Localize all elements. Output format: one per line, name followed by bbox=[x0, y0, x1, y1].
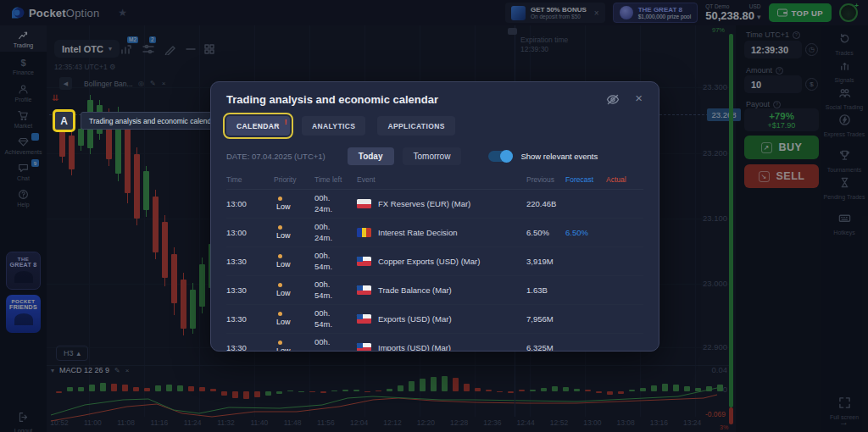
dollar-icon[interactable]: $ bbox=[805, 78, 818, 91]
sidebar-item-help[interactable]: Help bbox=[0, 185, 47, 211]
sidebar-item-market[interactable]: Market bbox=[0, 106, 47, 132]
sell-signal-icon: ⇊ bbox=[52, 93, 58, 102]
pocket-friends-banner[interactable]: POCKET FRIENDS bbox=[6, 295, 41, 333]
chat-bubble-icon bbox=[18, 163, 29, 174]
help-icon[interactable]: ? bbox=[773, 101, 781, 108]
logout-icon bbox=[18, 412, 29, 423]
rail-item-social-trading[interactable]: Social Trading bbox=[821, 86, 868, 112]
layout-grid-icon[interactable] bbox=[203, 43, 215, 55]
col-previous: Previous bbox=[526, 175, 565, 184]
favorites-star-icon[interactable]: ★ bbox=[118, 7, 127, 19]
rail-item-pending-trades[interactable]: Pending Trades bbox=[821, 176, 868, 202]
balance-amount: 50,238.80 bbox=[705, 9, 754, 22]
indicator-collapse-button[interactable]: ◀ bbox=[59, 77, 72, 90]
calendar-event-row[interactable]: 13:30Low00h.54m.Imports (USD) (Mar)6,325… bbox=[226, 334, 643, 352]
great8-side-banner[interactable]: THE GREAT 8 bbox=[6, 252, 41, 290]
avatar[interactable]: + bbox=[839, 3, 858, 22]
macd-pane-toggle[interactable]: H3▴ bbox=[56, 346, 88, 361]
tab-applications[interactable]: APPLICATIONS bbox=[377, 116, 454, 136]
today-button[interactable]: Today bbox=[348, 147, 394, 165]
col-time-left: Time left bbox=[314, 175, 357, 184]
eye-off-icon[interactable] bbox=[606, 94, 620, 105]
logout-button[interactable]: Logout bbox=[0, 411, 47, 432]
macd-scale-zero: 0 bbox=[676, 385, 727, 394]
rail-item-hotkeys[interactable]: Hotkeys bbox=[821, 212, 868, 237]
calendar-event-row[interactable]: 13:30Low00h.54m.Copper Exports (USD) (Ma… bbox=[226, 247, 643, 276]
event-name: Copper Exports (USD) (Mar) bbox=[357, 257, 526, 266]
sidebar-item-finance[interactable]: $ Finance bbox=[0, 53, 47, 80]
pencil-icon[interactable]: ✎ bbox=[114, 367, 120, 374]
chat-badge: 9 bbox=[31, 159, 39, 167]
drawing-tools-icon[interactable] bbox=[164, 43, 176, 55]
trading-chart-icon bbox=[18, 30, 29, 41]
close-icon[interactable]: × bbox=[125, 367, 130, 374]
show-relevant-toggle[interactable] bbox=[488, 151, 513, 162]
event-time: 13:30 bbox=[226, 343, 274, 352]
tab-calendar[interactable]: CALENDAR! bbox=[226, 116, 290, 136]
top-up-button[interactable]: TOP UP bbox=[769, 3, 832, 22]
rail-item-signals[interactable]: Signals bbox=[821, 59, 868, 85]
expiration-label: Expiration time bbox=[520, 36, 568, 44]
calendar-header-row: Time Priority Time left Event Previous F… bbox=[226, 175, 643, 190]
time-input[interactable]: 12:39:30 bbox=[744, 41, 802, 58]
help-icon[interactable]: ? bbox=[793, 31, 800, 39]
macd-indicator-row[interactable]: ▾ MACD 12 26 9 ✎ × bbox=[51, 366, 129, 374]
event-priority: Low bbox=[274, 197, 314, 211]
priority-dot-icon bbox=[278, 254, 282, 258]
macd-label: MACD 12 26 9 bbox=[59, 366, 109, 374]
clock-icon[interactable]: ◷ bbox=[805, 43, 818, 56]
calendar-event-row[interactable]: 13:30Low00h.54m.Trade Balance (Mar)1.63B bbox=[226, 276, 643, 305]
indicators-icon[interactable] bbox=[142, 43, 154, 55]
date-label: DATE: 07.04.2025 (UTC+1) bbox=[226, 152, 326, 161]
help-icon[interactable]: ? bbox=[776, 67, 783, 75]
sidebar-item-profile[interactable]: Profile bbox=[0, 80, 47, 106]
account-balance[interactable]: QT Demo USD 50,238.80▾ bbox=[705, 3, 760, 22]
collapse-rail-arrow[interactable]: → bbox=[839, 417, 849, 427]
sidebar-item-trading[interactable]: Trading bbox=[0, 25, 47, 52]
tab-analytics[interactable]: ANALYTICS bbox=[302, 116, 365, 136]
calendar-event-row[interactable]: 13:00Low00h.24m.Interest Rate Decision6.… bbox=[226, 219, 643, 247]
payout-percent: +79% bbox=[769, 111, 794, 121]
col-forecast[interactable]: Forecast bbox=[565, 175, 606, 184]
rail-item-tournaments[interactable]: Tournaments bbox=[821, 149, 868, 174]
event-name: FX Reserves (EUR) (Mar) bbox=[357, 199, 526, 208]
sidebar-item-achievements[interactable]: Achievements bbox=[0, 132, 47, 158]
close-icon[interactable]: × bbox=[594, 8, 599, 18]
event-previous: 1.63B bbox=[526, 285, 565, 295]
amount-input[interactable]: 10 bbox=[744, 75, 802, 93]
asset-selector[interactable]: Intel OTC ▾ bbox=[54, 40, 120, 58]
event-time-left: 00h.54m. bbox=[314, 308, 357, 330]
analysis-button[interactable]: A bbox=[53, 109, 75, 132]
modal-tabs: CALENDAR! ANALYTICS APPLICATIONS bbox=[226, 116, 643, 136]
indicator-controls[interactable]: ◎✎× bbox=[138, 80, 171, 87]
calendar-event-row[interactable]: 13:30Low00h.54m.Exports (USD) (Mar)7,956… bbox=[226, 305, 643, 334]
line-tool-icon[interactable] bbox=[185, 43, 197, 55]
brand-logo[interactable]: PocketOption bbox=[10, 6, 99, 19]
rail-item-express-trades[interactable]: Express Trades bbox=[821, 114, 868, 139]
sidebar-item-chat[interactable]: 9 Chat bbox=[0, 158, 47, 185]
bonus-title: GET 50% BONUS bbox=[531, 6, 587, 14]
buy-button[interactable]: ↗BUY bbox=[744, 136, 819, 159]
event-name: Trade Balance (Mar) bbox=[357, 285, 526, 295]
toggle-knob bbox=[500, 150, 513, 163]
rail-item-trades[interactable]: Trades bbox=[821, 32, 868, 58]
bonus-banner[interactable]: GET 50% BONUS On deposit from $50 × bbox=[505, 3, 605, 23]
eye-icon: ◎ bbox=[138, 80, 150, 87]
dollar-icon: $ bbox=[20, 58, 25, 68]
fullscreen-icon bbox=[838, 396, 851, 409]
event-time: 13:00 bbox=[226, 228, 274, 237]
calendar-event-row[interactable]: 13:00Low00h.24m.FX Reserves (EUR) (Mar)2… bbox=[226, 190, 643, 219]
economic-calendar-modal: Trading analysis and economic calendar ×… bbox=[210, 81, 659, 352]
great8-banner[interactable]: THE GREAT 8 $1,000,000 prize pool bbox=[613, 3, 698, 23]
toggle-label: Show relevant events bbox=[520, 152, 598, 161]
col-actual[interactable]: Actual bbox=[606, 175, 643, 184]
event-priority: Low bbox=[274, 225, 314, 240]
close-icon[interactable]: × bbox=[635, 91, 643, 105]
sell-button[interactable]: ↘SELL bbox=[744, 164, 819, 188]
keyboard-icon bbox=[838, 212, 851, 224]
chart-type-icon[interactable] bbox=[120, 43, 132, 55]
tomorrow-button[interactable]: Tomorrow bbox=[403, 147, 462, 165]
gear-icon[interactable]: ⚙ bbox=[109, 63, 116, 71]
signals-icon bbox=[838, 59, 851, 72]
event-time-left: 00h.24m. bbox=[314, 222, 357, 244]
